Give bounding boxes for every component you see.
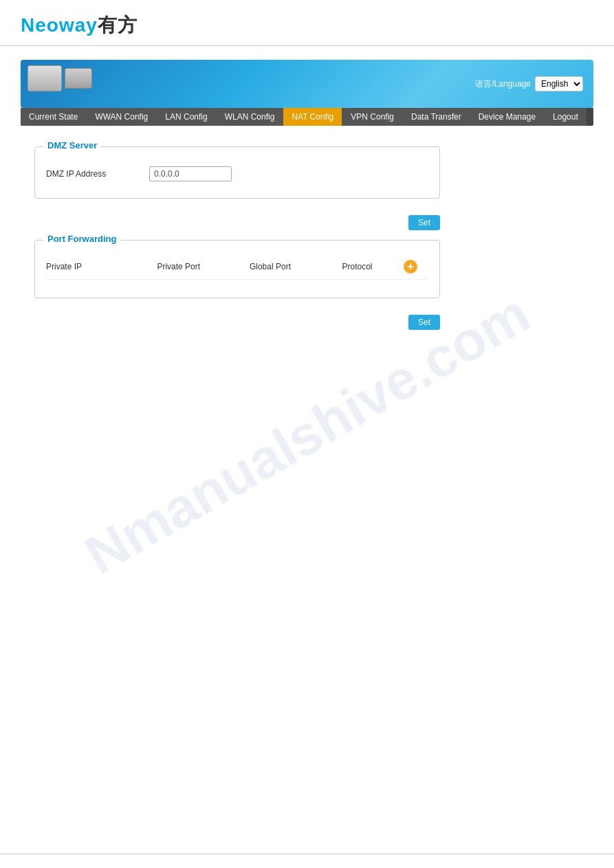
logo-chinese: 有方 (98, 14, 138, 36)
port-table-header: Private IP Private Port Global Port Prot… (46, 254, 428, 280)
add-row-button[interactable]: + (404, 260, 417, 274)
nav-bar: Current State WWAN Config LAN Config WLA… (21, 108, 593, 126)
language-select[interactable]: English 中文 (535, 76, 583, 91)
port-forwarding-set-button[interactable]: Set (408, 315, 440, 330)
port-forwarding-content: Private IP Private Port Global Port Prot… (35, 241, 439, 298)
dmz-section-content: DMZ IP Address (35, 147, 439, 198)
nav-item-wwan-config[interactable]: WWAN Config (87, 108, 157, 126)
port-forwarding-rows (46, 280, 428, 287)
dmz-ip-label: DMZ IP Address (46, 169, 149, 179)
footer (0, 854, 614, 868)
col-header-private-port: Private Port (157, 262, 250, 271)
col-header-private-ip: Private IP (46, 262, 157, 271)
nav-item-device-manage[interactable]: Device Manage (470, 108, 545, 126)
main-wrapper: 语言/Language English 中文 Current State WWA… (0, 46, 614, 374)
nav-item-current-state[interactable]: Current State (21, 108, 87, 126)
nav-item-data-transfer[interactable]: Data Transfer (403, 108, 470, 126)
header-banner: 语言/Language English 中文 (21, 60, 593, 108)
col-header-action: + (404, 260, 428, 274)
logo: Neoway有方 (21, 12, 593, 38)
dmz-section-title: DMZ Server (43, 140, 101, 151)
device-box-2 (65, 68, 92, 89)
dmz-set-button[interactable]: Set (408, 215, 440, 230)
nav-item-nat-config[interactable]: NAT Config (283, 108, 342, 126)
logo-bar: Neoway有方 (0, 0, 614, 46)
device-illustration (28, 65, 92, 91)
dmz-server-section: DMZ Server DMZ IP Address (34, 146, 440, 199)
port-forwarding-title: Port Forwarding (43, 234, 120, 244)
language-label: 语言/Language (475, 78, 531, 90)
dmz-set-btn-row: Set (34, 212, 440, 233)
nav-item-logout[interactable]: Logout (545, 108, 586, 126)
port-forwarding-set-btn-row: Set (34, 312, 440, 333)
dmz-ip-row: DMZ IP Address (46, 161, 428, 187)
col-header-protocol: Protocol (342, 262, 404, 271)
nav-item-lan-config[interactable]: LAN Config (157, 108, 216, 126)
nav-item-wlan-config[interactable]: WLAN Config (217, 108, 284, 126)
port-forwarding-section: Port Forwarding Private IP Private Port … (34, 240, 440, 298)
dmz-ip-input[interactable] (149, 166, 232, 181)
device-box-1 (28, 65, 62, 91)
language-selector: 语言/Language English 中文 (475, 76, 583, 91)
logo-neoway: Neoway (21, 14, 98, 36)
col-header-global-port: Global Port (250, 262, 342, 271)
page-content: DMZ Server DMZ IP Address Set Port Forwa… (21, 126, 593, 360)
nav-item-vpn-config[interactable]: VPN Config (342, 108, 403, 126)
